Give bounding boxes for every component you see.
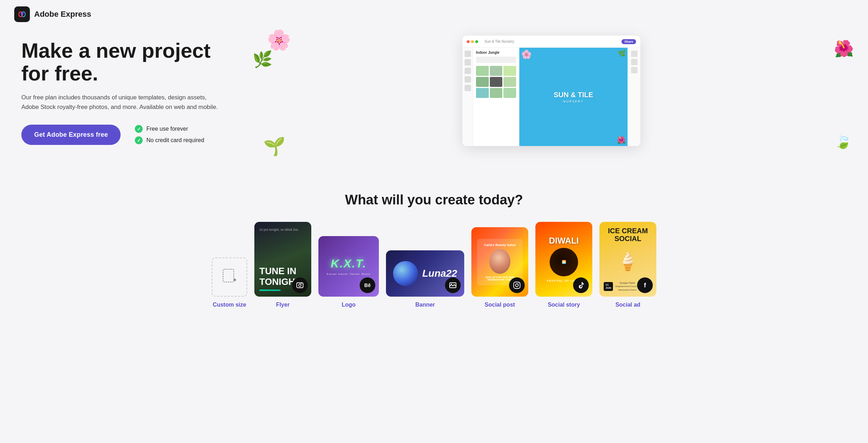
asset-thumb-4[interactable]	[476, 77, 489, 87]
svg-point-11	[451, 284, 452, 285]
story-circle-content: 🌅	[560, 258, 567, 266]
story-title: DIWALI	[549, 236, 579, 245]
asset-thumb-3[interactable]	[503, 66, 516, 76]
card-label-custom-size: Custom size	[213, 302, 246, 308]
hero-section: Make a new project for free. Our free pl…	[0, 28, 868, 178]
ad-ice-cream-icon: 🍦	[617, 253, 639, 270]
svg-rect-9	[301, 283, 302, 284]
app-main: Indoor Jungle	[462, 48, 640, 146]
right-tool-3[interactable]	[631, 67, 637, 73]
banner-card[interactable]: Luna22	[386, 250, 464, 297]
hero-checks: Free use forever No credit card required	[135, 125, 204, 144]
asset-thumb-1[interactable]	[476, 66, 489, 76]
design-canvas[interactable]: SUN & TILE NURSERY 🌸 🌺 🌿	[519, 48, 628, 146]
deco-leaf-2: 🌱	[263, 136, 285, 157]
svg-point-14	[519, 283, 519, 284]
asset-thumb-6[interactable]	[503, 77, 516, 87]
panel-search-box[interactable]	[476, 57, 516, 63]
tool-icon-4[interactable]	[465, 76, 471, 83]
asset-thumb-9[interactable]	[503, 88, 516, 98]
ad-title: ICE CREAM SOCIAL	[604, 227, 652, 243]
create-today-section: What will you create today? Custom size …	[0, 178, 868, 329]
card-item-logo[interactable]: K.X.T. Kieran Xavier Tanner Music Bē Log…	[318, 236, 379, 308]
svg-point-8	[299, 284, 301, 287]
card-item-custom-size[interactable]: Custom size	[212, 257, 247, 308]
deco-leaf-3: 🍃	[834, 133, 852, 150]
flyer-accent	[259, 290, 281, 291]
logo-main-text: K.X.T.	[331, 257, 366, 270]
card-label-social-ad: Social ad	[615, 302, 640, 308]
check-label-1: Free use forever	[146, 126, 188, 132]
asset-thumb-5[interactable]	[490, 77, 503, 87]
banner-planet	[393, 261, 418, 286]
section2-title: What will you create today?	[21, 192, 847, 208]
custom-size-icon	[222, 269, 237, 286]
card-label-logo: Logo	[342, 302, 355, 308]
card-label-banner: Banner	[415, 302, 435, 308]
hero-cta-row: Get Adobe Express free Free use forever …	[21, 125, 242, 145]
story-circle: 🌅	[550, 248, 578, 276]
card-item-social-story[interactable]: DIWALI 🌅 FESTIVAL OF LIGHT Social story	[535, 222, 592, 308]
share-button[interactable]: Share	[621, 39, 636, 44]
close-dot	[467, 40, 470, 43]
svg-point-13	[515, 284, 518, 287]
social-ad-card[interactable]: ICE CREAM SOCIAL 🍦 11JUN Scoops Parlor N…	[599, 222, 656, 297]
flyer-card[interactable]: 10 pm tonight, on tiktok live TUNE IN TO…	[254, 222, 311, 297]
maximize-dot	[475, 40, 478, 43]
window-controls	[467, 40, 478, 43]
check-item-2: No credit card required	[135, 136, 204, 144]
card-label-social-post: Social post	[485, 302, 515, 308]
card-item-social-ad[interactable]: ICE CREAM SOCIAL 🍦 11JUN Scoops Parlor N…	[599, 222, 656, 308]
app-name: Adobe Express	[34, 10, 91, 19]
logo-sub-text: Kieran Xavier Tanner Music	[327, 272, 371, 276]
canvas-deco-1: 🌸	[521, 49, 532, 59]
social-story-platform-badge	[573, 277, 589, 293]
check-icon-2	[135, 136, 143, 144]
svg-rect-7	[297, 283, 303, 288]
app-title-bar: Sun & Tile Nursery Share	[462, 36, 640, 48]
deco-leaf-1: 🌿	[253, 50, 272, 69]
card-label-social-story: Social story	[548, 302, 580, 308]
logo-card[interactable]: K.X.T. Kieran Xavier Tanner Music Bē	[318, 236, 379, 297]
canvas-subtitle: NURSERY	[554, 100, 593, 104]
minimize-dot	[471, 40, 474, 43]
tool-icon-1[interactable]	[465, 51, 471, 57]
flyer-platform-badge	[292, 277, 308, 293]
check-icon-1	[135, 125, 143, 133]
hero-left: Make a new project for free. Our free pl…	[21, 36, 242, 145]
card-item-flyer[interactable]: 10 pm tonight, on tiktok live TUNE IN TO…	[254, 222, 311, 308]
asset-thumb-8[interactable]	[490, 88, 503, 98]
asset-thumb-7[interactable]	[476, 88, 489, 98]
card-item-social-post[interactable]: Carla's Beauty Salon SIGN UP FOR OUR NEW…	[471, 227, 528, 308]
tool-icon-5[interactable]	[465, 85, 471, 91]
app-preview-window: Sun & Tile Nursery Share Indoor Jungle	[462, 36, 640, 146]
hero-right: 🌸 🌿 🌱 🌺 🍃 Sun & Tile Nursery Share	[256, 36, 847, 164]
right-tool-1[interactable]	[631, 51, 637, 57]
canvas-deco-3: 🌿	[618, 49, 626, 57]
svg-rect-12	[514, 282, 520, 288]
get-express-free-button[interactable]: Get Adobe Express free	[21, 125, 121, 145]
app-left-toolbar	[462, 48, 473, 146]
right-tool-2[interactable]	[631, 59, 637, 65]
svg-rect-4	[223, 269, 234, 282]
asset-thumb-2[interactable]	[490, 66, 503, 76]
social-post-card[interactable]: Carla's Beauty Salon SIGN UP FOR OUR NEW…	[471, 227, 528, 297]
banner-platform-badge	[445, 277, 461, 293]
social-post-face	[489, 249, 510, 274]
behance-icon: Bē	[364, 282, 371, 288]
custom-size-card[interactable]	[212, 257, 247, 297]
tool-icon-3[interactable]	[465, 68, 471, 74]
social-ad-platform-badge: f	[637, 277, 653, 293]
social-story-card[interactable]: DIWALI 🌅 FESTIVAL OF LIGHT	[535, 222, 592, 297]
panel-title: Indoor Jungle	[476, 51, 516, 54]
card-item-banner[interactable]: Luna22 Banner	[386, 250, 464, 308]
tool-icon-2[interactable]	[465, 59, 471, 66]
deco-petal-1: 🌺	[834, 39, 854, 58]
adobe-express-logo[interactable]	[14, 6, 30, 22]
check-label-2: No credit card required	[146, 137, 204, 144]
canvas-title: SUN & TILE	[554, 90, 593, 99]
canvas-content: SUN & TILE NURSERY	[554, 90, 593, 104]
social-post-name: Carla's Beauty Salon	[481, 243, 518, 247]
ad-badge-date: 11JUN	[604, 282, 613, 291]
flyer-top-text: 10 pm tonight, on tiktok live	[259, 228, 306, 232]
